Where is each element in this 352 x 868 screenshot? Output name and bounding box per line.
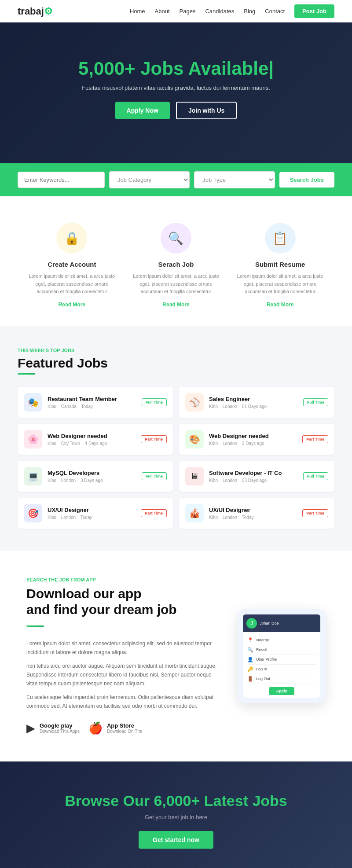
job-title-2: Web Designer needed [48,433,136,439]
job-info-2: Web Designer needed Kibo City Town 4 Day… [48,433,136,446]
join-with-us-button[interactable]: Join with Us [176,102,237,119]
mockup-inner: J Johan Doe 📍 Nearby 🔍 Result 👤 User Pro… [243,614,320,698]
job-info-7: UX/UI Designer Kibo London Today [209,507,297,520]
keyword-input[interactable] [18,172,105,188]
create-account-icon: 🔒 [56,223,87,254]
job-title-3: Web Designer needed [209,433,297,439]
how-item-0: 🔒 Create Account Lorem ipsum dolor sit a… [28,223,116,308]
search-bar: Job Category Job Type Search Jobs [0,163,352,196]
google-play-icon: ▶ [26,721,35,735]
search-job-read-more[interactable]: Read More [162,302,189,308]
how-it-works-section: 🔒 Create Account Lorem ipsum dolor sit a… [0,196,352,326]
hero-section: 5,000+ Jobs Available| Fusitae nisusvol … [0,22,352,163]
jobtype-select[interactable]: Job Type [194,171,275,188]
job-badge-7: Part Time [302,509,328,517]
job-title-1: Sales Engineer [209,396,298,402]
job-meta-2: Kibo City Town 4 Days ago [48,441,136,446]
job-logo-3: 🎨 [185,430,204,449]
app-desc-2: non tellus arcu orci auctor augue. Aliqu… [26,662,220,688]
job-info-6: UX/UI Designer Kibo London Today [48,507,136,520]
search-job-title: Serach Job [132,261,220,268]
search-job-desc: Lorem ipsum dolor sit amet, a arcu justo… [132,272,220,296]
mockup-row-1: 🔍 Result [247,645,316,655]
login-icon: 🔑 [247,666,253,672]
submit-resume-read-more[interactable]: Read More [267,302,293,308]
app-underline [26,625,44,627]
app-label: Search the job from app [26,577,220,582]
logo[interactable]: trabaj⚙ [18,6,53,17]
nav-blog[interactable]: Blog [244,8,255,15]
get-started-button[interactable]: Get started now [139,831,213,849]
job-logo-2: 🌸 [24,430,42,449]
hero-subtext: Fusitae nisusvol ptatem vitae iaculis gr… [78,85,274,91]
job-card-5[interactable]: 🖥 Software Developer - IT Co Kibo London… [179,461,334,492]
featured-jobs-section: This week's top jobs Featured Jobs 🎭 Res… [0,326,352,551]
app-section: Search the job from app Download our app… [0,551,352,761]
job-card-6[interactable]: 🎯 UX/UI Designer Kibo London Today Part … [18,498,173,529]
app-text: Search the job from app Download our app… [26,577,220,735]
nav-home[interactable]: Home [130,8,145,15]
job-title-5: Software Developer - IT Co [209,470,298,476]
job-badge-4: Full Time [142,472,167,480]
job-title-0: Restaurant Team Member [48,396,136,402]
nav-pages[interactable]: Pages [180,8,196,15]
hero-buttons: Apply Now Join with Us [78,102,274,119]
featured-title: Featured Jobs [18,356,334,371]
job-meta-1: Kibo London 01 Days ago [209,404,298,409]
job-card-1[interactable]: ⚾ Sales Engineer Kibo London 01 Days ago… [179,387,334,418]
apple-icon: 🍎 [88,721,103,735]
hero-cursor: | [268,58,274,79]
featured-label: This week's top jobs [18,348,334,353]
submit-resume-title: Submit Resume [236,261,324,268]
app-desc-3: Eu scelerisque felis imperdiet proin fer… [26,693,220,711]
nav-links: Home About Pages Candidates Blog Contact… [130,4,334,18]
mockup-row-2: 👤 User Profile [247,655,316,665]
nav-candidates[interactable]: Candidates [205,8,234,15]
category-select[interactable]: Job Category [109,171,190,188]
mockup-row-0: 📍 Nearby [247,636,316,645]
featured-underline [18,373,35,375]
app-store-button[interactable]: 🍎 App Store Download On The [88,721,142,735]
job-card-0[interactable]: 🎭 Restaurant Team Member Kibo Canada Tod… [18,387,173,418]
nav-about[interactable]: About [155,8,170,15]
mockup-header: J Johan Doe [243,614,320,632]
job-card-4[interactable]: 💻 MySQL Developers Kibo London 3 Days ag… [18,461,173,492]
job-badge-6: Part Time [141,509,167,517]
submit-resume-icon: 📋 [265,223,296,254]
create-account-desc: Lorem ipsum dolor sit amet, a arcu justo… [28,272,116,296]
mockup-row-3: 🔑 Log In [247,665,316,674]
hero-headline: 5,000+ Jobs Available| [78,58,274,79]
app-store-sub: Download On The [107,729,142,734]
logo-icon: ⚙ [44,6,53,17]
navbar: trabaj⚙ Home About Pages Candidates Blog… [0,0,352,22]
post-job-button[interactable]: Post Job [294,4,334,18]
jobs-grid: 🎭 Restaurant Team Member Kibo Canada Tod… [18,387,334,529]
job-logo-1: ⚾ [185,393,204,412]
create-account-title: Create Account [28,261,116,268]
job-meta-3: Kibo London 2 Days ago [209,441,297,446]
job-info-0: Restaurant Team Member Kibo Canada Today [48,396,136,409]
google-play-button[interactable]: ▶ Google play Download This Apps [26,721,80,735]
browse-cta-headline: Browse Our 6,000+ Latest Jobs [18,792,334,809]
job-info-4: MySQL Developers Kibo London 3 Days ago [48,470,136,483]
job-card-2[interactable]: 🌸 Web Designer needed Kibo City Town 4 D… [18,424,173,455]
hero-headline-1: 5,000+ Jobs [78,58,183,79]
mockup-avatar: J [246,618,257,629]
job-meta-5: Kibo London 03 Days ago [209,478,298,483]
mockup-user: Johan Doe [260,621,279,625]
browse-cta-subtext: Get your best job in here [18,814,334,820]
search-job-icon: 🔍 [161,223,191,254]
hero-content: 5,000+ Jobs Available| Fusitae nisusvol … [78,58,274,119]
job-title-7: UX/UI Designer [209,507,297,513]
create-account-read-more[interactable]: Read More [59,302,85,308]
nav-contact[interactable]: Contact [265,8,285,15]
job-card-3[interactable]: 🎨 Web Designer needed Kibo London 2 Days… [179,424,334,455]
how-item-2: 📋 Submit Resume Lorem ipsum dolor sit am… [236,223,324,308]
search-jobs-button[interactable]: Search Jobs [279,172,334,188]
job-card-7[interactable]: 🎪 UX/UI Designer Kibo London Today Part … [179,498,334,529]
job-meta-4: Kibo London 3 Days ago [48,478,136,483]
apply-now-button[interactable]: Apply Now [115,102,170,119]
job-info-1: Sales Engineer Kibo London 01 Days ago [209,396,298,409]
app-mockup: J Johan Doe 📍 Nearby 🔍 Result 👤 User Pro… [238,609,326,703]
job-logo-0: 🎭 [24,393,42,412]
